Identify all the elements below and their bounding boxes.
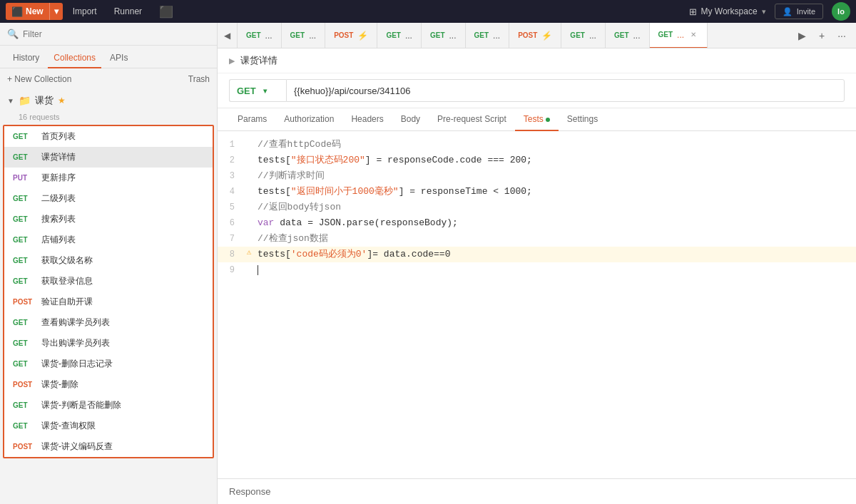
- code-content-3: //判断请求时间: [255, 168, 325, 184]
- method-badge-put-2: PUT: [13, 174, 36, 182]
- method-dropdown-icon: ▾: [263, 87, 267, 95]
- tab-item-9[interactable]: GET ... ✕: [650, 23, 708, 48]
- request-name-2: 更新排序: [41, 172, 76, 184]
- request-item-12[interactable]: POST 课货-删除: [4, 374, 213, 395]
- import-button[interactable]: Import: [66, 3, 104, 20]
- new-button[interactable]: ⬛ New ▾: [6, 3, 63, 20]
- line-num-9: 9: [218, 262, 243, 278]
- req-tab-body[interactable]: Body: [392, 108, 429, 131]
- tab-item-7[interactable]: GET ...: [561, 23, 606, 48]
- request-area: ▶ 课货详情 GET ▾ Params Authorization Header…: [218, 48, 856, 504]
- tab-actions: ▶ + ···: [788, 27, 856, 44]
- tab-method-6: POST: [518, 31, 537, 39]
- tab-item-2[interactable]: POST ⚡: [325, 23, 377, 48]
- request-name-14: 课货-查询权限: [41, 420, 96, 432]
- tab-label-2: ⚡: [357, 31, 368, 41]
- sidebar-actions: + New Collection Trash: [0, 68, 217, 90]
- warn-icon-8: ⚠: [243, 247, 255, 259]
- req-tab-headers[interactable]: Headers: [342, 108, 392, 131]
- request-title: ▶ 课货详情: [218, 48, 856, 73]
- tab-method-1: GET: [290, 31, 305, 39]
- request-item-3[interactable]: GET 二级列表: [4, 188, 213, 209]
- request-item-6[interactable]: GET 获取父级名称: [4, 250, 213, 271]
- request-name-6: 获取父级名称: [41, 254, 93, 267]
- line-num-6: 6: [218, 215, 243, 231]
- filter-input[interactable]: [23, 29, 210, 39]
- tab-label-5: ...: [493, 31, 500, 41]
- tab-method-7: GET: [570, 31, 585, 39]
- tab-method-4: GET: [430, 31, 445, 39]
- tab-more-button[interactable]: ···: [833, 27, 850, 44]
- tabs-bar: ◀ GET ... GET ... POST ⚡ GET ... GET ...: [218, 23, 856, 48]
- new-button-main[interactable]: ⬛ New: [6, 3, 50, 20]
- runner-button[interactable]: Runner: [107, 3, 149, 20]
- tab-history[interactable]: History: [7, 50, 45, 68]
- code-line-3: 3 //判断请求时间: [218, 168, 856, 184]
- req-tab-tests[interactable]: Tests: [515, 108, 559, 131]
- req-tab-params[interactable]: Params: [229, 108, 275, 131]
- tab-label-7: ...: [589, 31, 596, 41]
- code-content-9: [255, 262, 258, 278]
- request-name-13: 课货-判断是否能删除: [41, 399, 121, 411]
- code-editor[interactable]: 1 //查看httpCode码 2 tests["接口状态码200"] = re…: [218, 131, 856, 478]
- line-num-5: 5: [218, 200, 243, 215]
- workspace-dropdown-icon: ▾: [762, 7, 766, 16]
- code-line-6: 6 var data = JSON.parse(responseBody);: [218, 215, 856, 231]
- line-num-3: 3: [218, 168, 243, 184]
- url-input[interactable]: [286, 79, 845, 102]
- request-name-15: 课货-讲义编码反查: [41, 441, 113, 453]
- tab-collections[interactable]: Collections: [48, 50, 101, 68]
- req-tab-authorization[interactable]: Authorization: [275, 108, 342, 131]
- request-item-15[interactable]: POST 课货-讲义编码反查: [4, 436, 213, 457]
- request-item-8[interactable]: POST 验证自助开课: [4, 292, 213, 312]
- request-tabs: Params Authorization Headers Body Pre-re…: [218, 108, 856, 131]
- user-avatar[interactable]: lo: [832, 2, 850, 21]
- tab-item-3[interactable]: GET ...: [377, 23, 422, 48]
- request-name-8: 验证自助开课: [41, 296, 93, 308]
- new-collection-button[interactable]: + New Collection: [7, 74, 71, 84]
- tab-apis[interactable]: APIs: [104, 50, 133, 68]
- request-name-7: 获取登录信息: [41, 275, 93, 287]
- tab-item-8[interactable]: GET ...: [606, 23, 650, 48]
- line-num-1: 1: [218, 137, 243, 153]
- invite-label: Invite: [797, 7, 815, 16]
- req-tab-settings[interactable]: Settings: [559, 108, 606, 131]
- tab-item-1[interactable]: GET ...: [282, 23, 326, 48]
- tab-label-3: ...: [405, 31, 412, 41]
- req-tab-prerequest[interactable]: Pre-request Script: [429, 108, 515, 131]
- method-select[interactable]: GET ▾: [229, 79, 286, 102]
- code-line-9: 9: [218, 262, 856, 278]
- tab-method-3: GET: [386, 31, 401, 39]
- collection-name: 课货: [35, 94, 54, 107]
- tab-add-button[interactable]: +: [813, 27, 830, 44]
- tab-item-4[interactable]: GET ...: [422, 23, 466, 48]
- request-item-13[interactable]: GET 课货-判断是否能删除: [4, 395, 213, 416]
- tab-scroll-left[interactable]: ◀: [218, 23, 238, 48]
- code-content-5: //返回body转json: [255, 200, 341, 215]
- tab-method-5: GET: [474, 31, 489, 39]
- request-item-9[interactable]: GET 查看购课学员列表: [4, 312, 213, 333]
- new-dropdown-arrow[interactable]: ▾: [50, 3, 63, 20]
- workspace-selector[interactable]: ⊞ My Workspace ▾: [689, 6, 766, 17]
- extra-options-button[interactable]: ⬛: [152, 3, 182, 20]
- requests-count: 16 requests: [19, 113, 59, 121]
- request-item-0[interactable]: GET 首页列表: [4, 126, 213, 147]
- request-item-4[interactable]: GET 搜索列表: [4, 209, 213, 230]
- tab-close-button[interactable]: ✕: [688, 30, 698, 40]
- tab-item-6[interactable]: POST ⚡: [509, 23, 561, 48]
- content-area: ◀ GET ... GET ... POST ⚡ GET ... GET ...: [218, 23, 856, 504]
- request-item-11[interactable]: GET 课货-删除日志记录: [4, 354, 213, 374]
- request-item-14[interactable]: GET 课货-查询权限: [4, 416, 213, 436]
- request-item-1[interactable]: GET 课货详情: [4, 147, 213, 168]
- trash-button[interactable]: Trash: [188, 74, 210, 84]
- tab-item-5[interactable]: GET ...: [466, 23, 510, 48]
- user-initials: lo: [837, 7, 845, 16]
- collection-header[interactable]: ▼ 📁 课货 ★: [0, 90, 217, 111]
- invite-button[interactable]: 👤 Invite: [775, 4, 823, 19]
- tab-scroll-right[interactable]: ▶: [793, 27, 810, 44]
- request-item-5[interactable]: GET 店铺列表: [4, 230, 213, 250]
- request-item-2[interactable]: PUT 更新排序: [4, 168, 213, 188]
- request-item-7[interactable]: GET 获取登录信息: [4, 271, 213, 292]
- request-item-10[interactable]: GET 导出购课学员列表: [4, 333, 213, 354]
- tab-item-0[interactable]: GET ...: [238, 23, 282, 48]
